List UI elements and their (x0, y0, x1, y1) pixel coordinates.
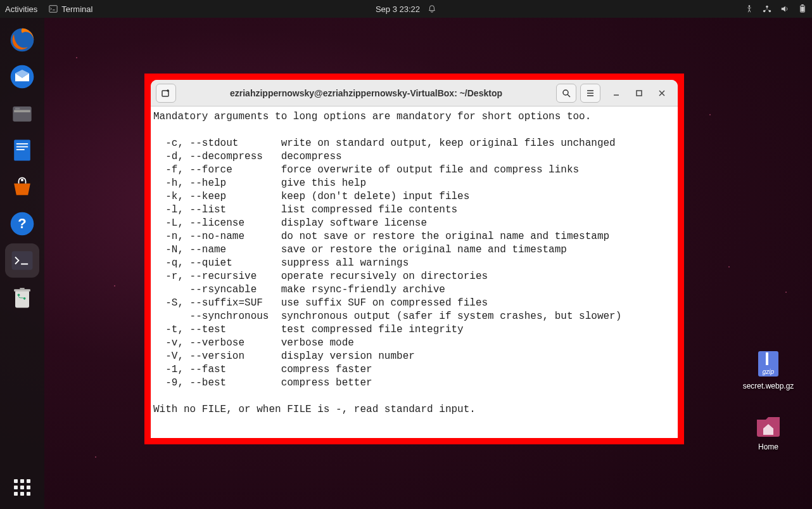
volume-icon[interactable] (780, 4, 789, 13)
software-icon (8, 173, 36, 201)
desktop-file-label: secret.webp.gz (743, 382, 794, 390)
terminal-titlebar[interactable]: ezriahzippernowsky@ezriahzippernowsky-Vi… (151, 80, 678, 106)
desktop-file-secret[interactable]: gzip secret.webp.gz (740, 349, 797, 390)
new-tab-button[interactable] (156, 84, 176, 103)
trash-icon (8, 283, 36, 311)
dock-terminal[interactable] (5, 243, 39, 278)
show-applications-button[interactable] (10, 475, 35, 500)
svg-point-23 (18, 294, 20, 297)
terminal-output[interactable]: Mandatory arguments to long options are … (151, 106, 678, 438)
search-button[interactable] (556, 84, 576, 103)
dock-help[interactable]: ? (5, 207, 39, 241)
writer-icon (8, 136, 36, 164)
accessibility-icon[interactable] (745, 4, 754, 13)
dock-trash[interactable] (5, 280, 39, 314)
svg-rect-21 (15, 290, 29, 308)
dock-software[interactable] (5, 170, 39, 204)
star-decoration (95, 456, 96, 458)
svg-rect-12 (15, 108, 20, 110)
svg-point-2 (766, 6, 768, 8)
desktop-home-label: Home (758, 442, 778, 451)
top-bar: Activities Terminal Sep 3 23:22 (0, 0, 812, 18)
battery-icon[interactable] (798, 4, 807, 13)
new-tab-icon (161, 88, 171, 98)
network-icon[interactable] (763, 4, 771, 13)
current-app-name: Terminal (61, 4, 92, 14)
svg-text:gzip: gzip (763, 368, 775, 375)
dock-writer[interactable] (5, 133, 39, 167)
svg-rect-6 (801, 4, 804, 6)
svg-point-1 (749, 5, 751, 7)
svg-rect-17 (21, 179, 23, 181)
svg-text:?: ? (18, 216, 26, 231)
dock-firefox[interactable] (5, 23, 39, 57)
star-decoration (785, 292, 787, 293)
menu-button[interactable] (580, 84, 600, 103)
close-button[interactable] (656, 87, 668, 99)
svg-rect-0 (49, 6, 57, 13)
hamburger-icon (585, 88, 595, 98)
svg-rect-7 (801, 7, 804, 12)
help-icon: ? (8, 210, 36, 238)
maximize-icon (635, 89, 643, 97)
terminal-title: ezriahzippernowsky@ezriahzippernowsky-Vi… (180, 88, 552, 98)
terminal-window: ezriahzippernowsky@ezriahzippernowsky-Vi… (151, 80, 678, 438)
dock-thunderbird[interactable] (5, 60, 39, 94)
star-decoration (114, 285, 115, 287)
terminal-app-icon (8, 247, 36, 274)
svg-rect-11 (14, 110, 30, 113)
desktop-home-folder[interactable]: Home (740, 409, 797, 451)
search-icon (561, 88, 571, 98)
svg-rect-26 (766, 352, 768, 365)
svg-rect-14 (16, 143, 28, 145)
svg-rect-30 (637, 91, 642, 96)
firefox-icon (8, 26, 36, 54)
maximize-button[interactable] (633, 87, 645, 99)
minimize-icon (612, 89, 620, 97)
thunderbird-icon (8, 63, 36, 91)
datetime[interactable]: Sep 3 23:22 (376, 4, 420, 14)
minimize-button[interactable] (611, 87, 622, 99)
svg-point-29 (563, 90, 568, 95)
files-icon (8, 100, 36, 127)
star-decoration (76, 57, 77, 58)
desktop-icons: gzip secret.webp.gz Home (740, 349, 797, 451)
current-app-indicator[interactable]: Terminal (49, 4, 92, 14)
svg-rect-20 (12, 251, 33, 269)
notification-icon[interactable] (428, 4, 436, 13)
terminal-highlight-frame: ezriahzippernowsky@ezriahzippernowsky-Vi… (144, 74, 684, 444)
dock-files[interactable] (5, 96, 39, 131)
svg-rect-16 (16, 149, 25, 150)
terminal-icon (49, 4, 58, 13)
svg-rect-15 (16, 146, 28, 148)
activities-button[interactable]: Activities (5, 4, 37, 14)
home-folder-icon (753, 409, 783, 440)
dock: ? (0, 18, 44, 509)
star-decoration (728, 266, 730, 267)
star-decoration (709, 114, 711, 115)
close-icon (658, 89, 666, 97)
svg-rect-22 (14, 289, 30, 292)
gzip-file-icon: gzip (753, 349, 783, 379)
